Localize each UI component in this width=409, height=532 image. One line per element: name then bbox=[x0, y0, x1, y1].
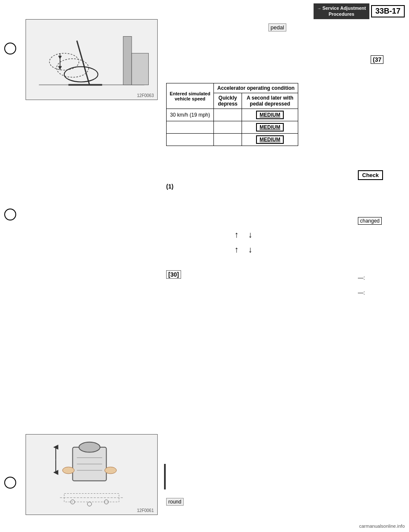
page-number: 33B-17 bbox=[371, 5, 405, 17]
table-col1-header: Entered simulatedvehicle speed bbox=[167, 83, 214, 109]
svg-rect-8 bbox=[132, 53, 149, 85]
header-title-line1: Service Adjustment bbox=[323, 6, 366, 11]
dash-label-1: —: bbox=[358, 275, 365, 281]
header-title-box: → Service Adjustment Procedures bbox=[314, 3, 369, 19]
table-cell-quickly-2 bbox=[214, 121, 242, 134]
table-col2-header: Accelerator operating condition bbox=[214, 83, 298, 93]
table-cell-speed-3 bbox=[167, 134, 214, 146]
svg-point-18 bbox=[105, 467, 117, 474]
medium-badge-1: MEDIUM bbox=[256, 111, 284, 119]
left-icon-bottom bbox=[4, 477, 16, 489]
step-30-label: [30] bbox=[166, 270, 181, 279]
header-arrow: → bbox=[317, 6, 323, 11]
diagram-1: 12F0063 bbox=[26, 19, 158, 100]
arrows-2: ↑ ↓ bbox=[234, 245, 252, 255]
diagram-2-label: 12F0061 bbox=[137, 508, 154, 513]
step-1-label: (1) bbox=[166, 183, 173, 190]
arrow-up-icon-2: ↑ bbox=[234, 245, 239, 254]
svg-rect-7 bbox=[123, 37, 132, 85]
table-col2a-header: Quicklydepress bbox=[214, 93, 242, 109]
table-cell-second-1: MEDIUM bbox=[242, 109, 298, 121]
page-header: → Service Adjustment Procedures 33B-17 bbox=[314, 3, 405, 19]
diagram-2-svg bbox=[26, 435, 157, 515]
diagram-1-svg bbox=[26, 20, 157, 100]
table-cell-speed-2 bbox=[167, 121, 214, 134]
arrow-down-icon-1: ↓ bbox=[248, 230, 252, 239]
header-title-line2: Procedures bbox=[328, 11, 354, 17]
table-cell-quickly-3 bbox=[214, 134, 242, 146]
check-button[interactable]: Check bbox=[358, 170, 383, 180]
diagram-2: 12F0061 bbox=[26, 434, 158, 515]
svg-point-17 bbox=[63, 467, 75, 474]
table-cell-quickly-1 bbox=[214, 109, 242, 121]
svg-point-13 bbox=[79, 442, 100, 452]
medium-badge-2: MEDIUM bbox=[256, 123, 284, 132]
changed-badge: changed bbox=[358, 217, 382, 225]
table-row: MEDIUM bbox=[167, 121, 298, 134]
diagram-1-label: 12F0063 bbox=[137, 93, 154, 98]
footer: carmanualsonline.info bbox=[359, 523, 405, 529]
arrows-up-1: ↑ ↓ bbox=[234, 230, 252, 240]
dash-label-2: —: bbox=[358, 289, 365, 296]
pedal-label: pedal bbox=[268, 23, 286, 31]
table-cell-second-2: MEDIUM bbox=[242, 121, 298, 134]
left-icon-top bbox=[4, 43, 16, 54]
accel-table: Entered simulatedvehicle speed Accelerat… bbox=[166, 83, 298, 146]
left-icon-middle bbox=[4, 209, 16, 220]
arrow-down-icon-2: ↓ bbox=[248, 245, 252, 254]
step-37-label: (37 bbox=[371, 55, 383, 64]
vertical-bar bbox=[164, 464, 166, 489]
table-row: 30 km/h (19 mph) MEDIUM bbox=[167, 109, 298, 121]
medium-badge-3: MEDIUM bbox=[256, 135, 284, 144]
table-cell-second-3: MEDIUM bbox=[242, 134, 298, 146]
table-col2b-header: A second later withpedal depressed bbox=[242, 93, 298, 109]
table-cell-speed-1: 30 km/h (19 mph) bbox=[167, 109, 214, 121]
arrow-up-icon-1: ↑ bbox=[234, 230, 239, 239]
round-label: round bbox=[166, 498, 184, 506]
table-row: MEDIUM bbox=[167, 134, 298, 146]
